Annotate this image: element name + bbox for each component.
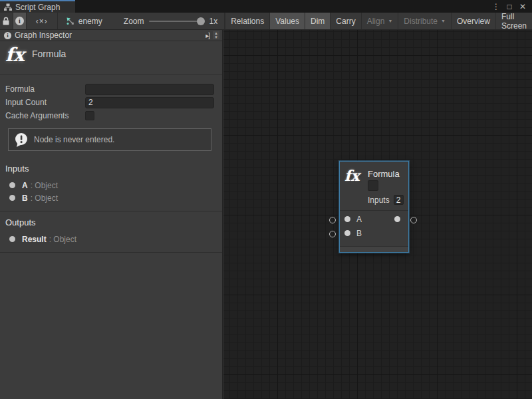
lock-icon xyxy=(2,17,10,25)
port-dot-icon xyxy=(9,236,15,242)
zoom-value: 1x xyxy=(209,17,217,26)
input-port-a[interactable] xyxy=(344,216,350,222)
graph-name: enemy xyxy=(78,17,102,26)
input-port-row: A : Object xyxy=(5,179,217,192)
fullscreen-button[interactable]: Full Screen xyxy=(496,13,532,29)
connection-halo-result[interactable] xyxy=(410,217,417,223)
panel-spinner[interactable]: ▲ ▼ xyxy=(213,31,219,39)
align-dropdown[interactable]: Align ▼ xyxy=(362,13,399,29)
node-title: Formula xyxy=(368,169,400,179)
outputs-section: Outputs Result : Object xyxy=(0,211,222,253)
formula-node[interactable]: fx Formula Inputs 2 A B xyxy=(339,161,409,253)
values-button[interactable]: Values xyxy=(270,13,305,29)
input-port-b[interactable] xyxy=(344,230,350,236)
graph-inspector-panel: i Graph Inspector ▸] ▲ ▼ fx Formula Form… xyxy=(0,30,223,399)
graph-icon xyxy=(66,17,74,25)
fx-icon: fx xyxy=(5,44,25,66)
input-port-row: B : Object xyxy=(5,192,217,204)
lock-button[interactable] xyxy=(0,13,13,29)
graph-breadcrumb[interactable]: enemy xyxy=(58,13,112,29)
outputs-header: Outputs xyxy=(5,217,217,227)
chevron-down-icon: ▼ xyxy=(441,19,446,23)
relations-button[interactable]: Relations xyxy=(225,13,270,29)
node-formula-input[interactable] xyxy=(368,180,378,191)
zoom-label: Zoom xyxy=(124,17,144,26)
dim-button[interactable]: Dim xyxy=(305,13,331,29)
formula-field-label: Formula xyxy=(5,84,85,94)
connection-halo-b[interactable] xyxy=(329,231,336,237)
port-dot-icon xyxy=(9,182,15,188)
tab-label: Script Graph xyxy=(15,3,60,12)
node-title-section: fx Formula xyxy=(0,41,222,74)
zoom-slider[interactable] xyxy=(149,21,203,22)
cache-arguments-label: Cache Arguments xyxy=(5,111,85,120)
chevron-down-icon: ▼ xyxy=(388,19,392,23)
input-count-input[interactable] xyxy=(85,97,214,108)
tab-bar: Script Graph ⋮ □ ✕ xyxy=(0,0,532,13)
node-input-count-field[interactable]: 2 xyxy=(394,195,404,205)
cache-arguments-checkbox[interactable] xyxy=(85,111,94,120)
tab-script-graph[interactable]: Script Graph xyxy=(0,0,75,13)
info-icon: i xyxy=(15,17,24,25)
node-footer xyxy=(340,246,408,252)
warning-message: Node is never entered. xyxy=(8,128,211,151)
connection-halo-a[interactable] xyxy=(329,217,336,223)
formula-input[interactable] xyxy=(85,84,214,95)
node-settings-form: Formula Input Count Cache Arguments Node… xyxy=(0,74,222,158)
node-ports: A B xyxy=(340,211,408,240)
dock-panel-icon[interactable]: ▸] xyxy=(204,32,211,39)
code-icon: ‹×› xyxy=(36,17,48,26)
window-menu-icon[interactable]: ⋮ xyxy=(491,2,501,11)
node-type-title: Formula xyxy=(32,49,66,59)
warning-text: Node is never entered. xyxy=(34,135,114,144)
zoom-slider-knob[interactable] xyxy=(197,17,205,25)
inspector-header: i Graph Inspector ▸] ▲ ▼ xyxy=(0,30,222,41)
toolbar-buttons: Relations Values Dim Carry Align ▼ Distr… xyxy=(225,13,532,29)
overview-button[interactable]: Overview xyxy=(452,13,496,29)
zoom-control: Zoom 1x xyxy=(112,13,225,29)
edit-code-button[interactable]: ‹×› xyxy=(27,13,58,29)
graph-toolbar: i ‹×› enemy Zoom 1x Relations Values Dim… xyxy=(0,13,532,30)
fx-icon: fx xyxy=(344,167,360,184)
inputs-header: Inputs xyxy=(5,164,217,174)
port-dot-icon xyxy=(9,195,15,201)
port-row-a: A xyxy=(340,212,408,226)
formula-node-header[interactable]: fx Formula Inputs 2 xyxy=(340,162,408,211)
distribute-dropdown[interactable]: Distribute ▼ xyxy=(398,13,452,29)
input-count-label: Input Count xyxy=(5,98,85,107)
warning-bubble-icon xyxy=(14,132,29,148)
info-icon: i xyxy=(4,32,11,39)
port-row-b: B xyxy=(340,226,408,240)
carry-button[interactable]: Carry xyxy=(331,13,361,29)
inputs-section: Inputs A : Object B : Object xyxy=(0,158,222,211)
hierarchy-icon xyxy=(4,3,12,11)
node-inputs-label: Inputs xyxy=(368,196,390,205)
graph-canvas[interactable]: fx Formula Inputs 2 A B xyxy=(223,30,532,399)
output-port-row: Result : Object xyxy=(5,233,217,245)
spin-down-icon[interactable]: ▼ xyxy=(214,35,218,39)
window-close-icon[interactable]: ✕ xyxy=(517,2,528,11)
window-maximize-icon[interactable]: □ xyxy=(504,2,515,11)
output-port-result[interactable] xyxy=(394,216,400,222)
inspector-title: Graph Inspector xyxy=(15,31,72,40)
inspector-toggle-button[interactable]: i xyxy=(13,13,27,29)
